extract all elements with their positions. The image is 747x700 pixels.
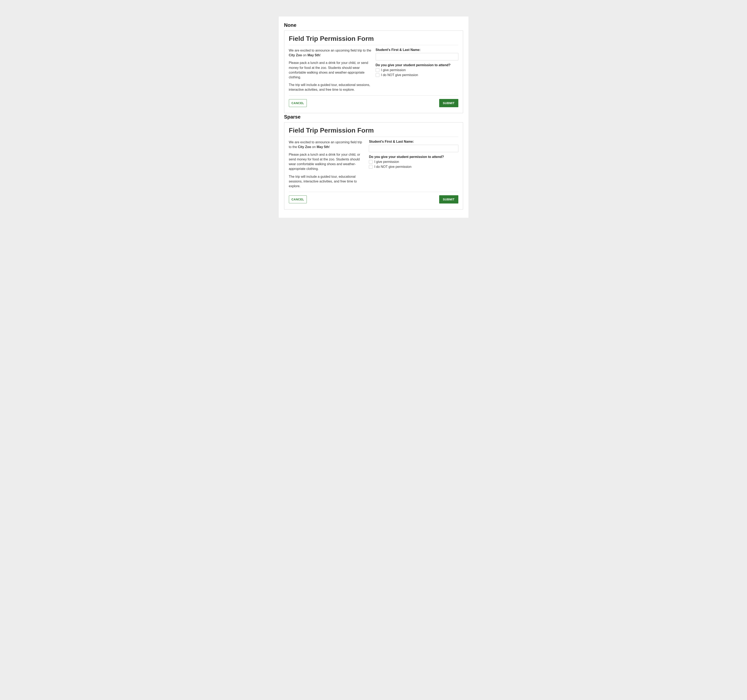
student-name-input[interactable] xyxy=(369,145,458,152)
intro-middle: on xyxy=(311,145,317,149)
paragraph-2: Please pack a lunch and a drink for your… xyxy=(289,60,372,80)
permission-yes-label: I give permission xyxy=(381,68,406,72)
student-name-label: Student's First & Last Name: xyxy=(376,48,458,52)
paragraph-3: The trip will include a guided tour, edu… xyxy=(289,174,365,189)
divider xyxy=(289,192,458,192)
submit-button[interactable]: SUBMIT xyxy=(439,195,458,204)
student-name-label: Student's First & Last Name: xyxy=(369,140,458,144)
intro-place: City Zoo xyxy=(298,145,311,149)
intro-date: May 5th xyxy=(307,53,320,57)
intro-middle: on xyxy=(302,53,308,57)
section-sparse: Sparse Field Trip Permission Form We are… xyxy=(284,114,463,210)
intro-date: May 5th xyxy=(317,145,329,149)
section-heading: Sparse xyxy=(284,114,463,120)
checkbox-icon[interactable] xyxy=(369,160,373,164)
intro-prefix: We are excited to announce an upcoming f… xyxy=(289,49,371,52)
section-none: None Field Trip Permission Form We are e… xyxy=(284,22,463,113)
form-title: Field Trip Permission Form xyxy=(289,127,458,134)
paragraph-2: Please pack a lunch and a drink for your… xyxy=(289,152,365,171)
permission-no-row[interactable]: I do NOT give permission xyxy=(376,73,458,77)
cancel-button[interactable]: CANCEL xyxy=(289,99,307,107)
form-column: Student's First & Last Name: Do you give… xyxy=(369,140,458,189)
intro-paragraph: We are excited to announce an upcoming f… xyxy=(289,140,365,149)
permission-no-row[interactable]: I do NOT give permission xyxy=(369,165,458,169)
permission-no-label: I do NOT give permission xyxy=(374,165,411,169)
divider xyxy=(289,95,458,96)
checkbox-icon[interactable] xyxy=(376,73,380,77)
checkbox-icon[interactable] xyxy=(376,68,380,72)
intro-place: City Zoo xyxy=(289,53,302,57)
intro-paragraph: We are excited to announce an upcoming f… xyxy=(289,48,372,57)
cancel-button[interactable]: CANCEL xyxy=(289,195,307,203)
permission-question: Do you give your student permission to a… xyxy=(376,63,458,67)
permission-yes-row[interactable]: I give permission xyxy=(369,160,458,164)
checkbox-icon[interactable] xyxy=(369,165,373,169)
form-column: Student's First & Last Name: Do you give… xyxy=(376,48,458,92)
intro-suffix: ! xyxy=(320,53,321,57)
intro-suffix: ! xyxy=(329,145,330,149)
permission-yes-row[interactable]: I give permission xyxy=(376,68,458,72)
examples-card: None Field Trip Permission Form We are e… xyxy=(279,17,469,218)
section-heading: None xyxy=(284,22,463,28)
submit-button[interactable]: SUBMIT xyxy=(439,99,458,107)
permission-yes-label: I give permission xyxy=(374,160,399,164)
form-panel: Field Trip Permission Form We are excite… xyxy=(284,30,463,113)
paragraph-3: The trip will include a guided tour, edu… xyxy=(289,82,372,92)
description-column: We are excited to announce an upcoming f… xyxy=(289,48,372,92)
form-panel: Field Trip Permission Form We are excite… xyxy=(284,122,463,210)
permission-no-label: I do NOT give permission xyxy=(381,73,418,77)
student-name-input[interactable] xyxy=(376,53,458,60)
description-column: We are excited to announce an upcoming f… xyxy=(289,140,365,189)
permission-question: Do you give your student permission to a… xyxy=(369,155,458,159)
form-title: Field Trip Permission Form xyxy=(289,35,458,42)
